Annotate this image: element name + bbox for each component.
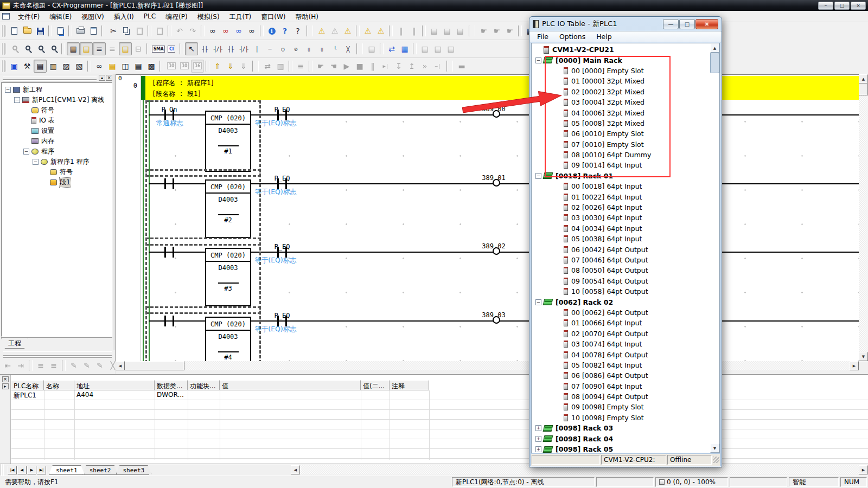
- new-coil-button[interactable]: ○: [276, 42, 289, 55]
- scrollbar-thumb[interactable]: [859, 84, 868, 95]
- force-off-button[interactable]: ☛: [490, 24, 503, 37]
- sim-to-end-button[interactable]: →|: [431, 60, 444, 73]
- expand-toggle-icon[interactable]: [556, 89, 561, 95]
- sheet-tab-2[interactable]: sheet2: [82, 465, 118, 474]
- tree-item-settings[interactable]: 设置: [2, 126, 112, 136]
- expand-toggle-icon[interactable]: [556, 68, 561, 74]
- debug-reset-button[interactable]: ☚: [327, 60, 340, 73]
- expand-toggle-icon[interactable]: [556, 204, 561, 210]
- online-edit-button[interactable]: ⚠: [361, 24, 374, 37]
- find-in-project-button[interactable]: ∞: [232, 24, 245, 37]
- watch-col-data-type[interactable]: 数据类...: [155, 380, 188, 390]
- expand-toggle-icon[interactable]: −: [23, 149, 29, 155]
- monitor-down-button[interactable]: ⇓: [224, 60, 237, 73]
- io-slot-row[interactable]: 00 [0018] 64pt Input: [532, 181, 710, 191]
- io-slot-row[interactable]: 05 [0008] 32pt Mixed: [532, 118, 710, 129]
- show-monitor-data-button[interactable]: ≡: [106, 42, 119, 55]
- io-slot-row[interactable]: 00 [0062] 64pt Output: [532, 307, 710, 318]
- watch-close-button[interactable]: ×: [2, 376, 9, 382]
- io-slot-row[interactable]: 06 [0010] Empty Slot: [532, 129, 710, 139]
- sim-run-to-button[interactable]: »: [418, 60, 431, 73]
- indent-left-button[interactable]: ⇤: [1, 359, 14, 372]
- rung-list-button[interactable]: ≡: [34, 359, 47, 372]
- scroll-left-button[interactable]: ◀: [291, 465, 300, 474]
- io-rack-row[interactable]: − [0062] Rack 02: [532, 297, 710, 307]
- scroll-up-button[interactable]: ▲: [710, 43, 719, 53]
- io-slot-row[interactable]: 08 [0050] 64pt Output: [532, 265, 710, 275]
- expand-toggle-icon[interactable]: [556, 78, 561, 84]
- io-slot-row[interactable]: 04 [0034] 64pt Input: [532, 223, 710, 234]
- resize-grip[interactable]: [713, 457, 719, 463]
- tree-item-symbols[interactable]: 符号: [2, 105, 112, 115]
- vertical-line-button[interactable]: │: [250, 42, 263, 55]
- watch-col-value[interactable]: 值: [220, 380, 361, 390]
- io-slot-row[interactable]: 07 [0090] 64pt Input: [532, 381, 710, 391]
- new-closed-instruction-button[interactable]: ▯: [315, 42, 328, 55]
- plc-memory-button[interactable]: ▤: [365, 42, 378, 55]
- expand-toggle-icon[interactable]: [556, 415, 561, 421]
- watch-col-name[interactable]: 名称: [44, 380, 74, 390]
- io-slot-row[interactable]: 07 [0010] Empty Slot: [532, 139, 710, 150]
- instruction-block[interactable]: CMP (020) D4003 #3: [205, 248, 251, 306]
- close-button[interactable]: ×: [851, 2, 866, 10]
- dialog-menu-file[interactable]: File: [532, 31, 554, 42]
- sheet-last-button[interactable]: ▶|: [37, 466, 46, 474]
- online-edit-rungs-button[interactable]: ≡: [294, 60, 307, 73]
- expand-toggle-icon[interactable]: [556, 194, 561, 200]
- project-workspace-tab[interactable]: 工程: [1, 338, 28, 349]
- expand-toggle-icon[interactable]: [556, 120, 561, 126]
- debug-set-button[interactable]: ☛: [314, 60, 327, 73]
- sim-pause-button[interactable]: ‖: [366, 60, 379, 73]
- instruction-block[interactable]: CMP (020) D4003 #1: [205, 111, 251, 172]
- expand-toggle-icon[interactable]: +: [535, 436, 541, 442]
- io-rack-row[interactable]: + [0098] Rack 03: [532, 423, 710, 433]
- io-slot-row[interactable]: 03 [0030] 64pt Input: [532, 213, 710, 223]
- io-slot-row[interactable]: 01 [0022] 64pt Input: [532, 191, 710, 202]
- expand-toggle-icon[interactable]: [556, 278, 561, 284]
- cancel-transfer-button[interactable]: ▤: [454, 24, 467, 37]
- indent-right-button[interactable]: ⇥: [14, 359, 27, 372]
- expand-toggle-icon[interactable]: [556, 362, 561, 368]
- expand-toggle-icon[interactable]: [556, 320, 561, 326]
- sim-step-in-button[interactable]: ↧: [392, 60, 405, 73]
- io-slot-row[interactable]: 04 [0078] 64pt Output: [532, 349, 710, 359]
- decimal-button[interactable]: 10: [165, 60, 178, 73]
- incremental-search-button[interactable]: ∞: [245, 24, 258, 37]
- io-rack-row[interactable]: + [0098] Rack 04: [532, 433, 710, 444]
- address-reference-button[interactable]: ▤: [106, 60, 119, 73]
- menu-view[interactable]: 视图(V): [76, 11, 109, 22]
- mnemonics-window-button[interactable]: ▥: [47, 60, 60, 73]
- minimize-button[interactable]: –: [818, 2, 833, 10]
- show-rung-comments-button[interactable]: ≡: [93, 42, 106, 55]
- rung-comment-button[interactable]: ≡: [47, 359, 60, 372]
- watch-sheet-button-2[interactable]: ▤: [431, 42, 444, 55]
- paste-button[interactable]: [133, 24, 146, 37]
- io-rack-row[interactable]: − [0018] Rack 01: [532, 171, 710, 181]
- sheet-tab-1[interactable]: sheet1: [49, 465, 85, 474]
- menu-edit[interactable]: 编辑(E): [44, 11, 76, 22]
- expand-toggle-icon[interactable]: [556, 215, 561, 221]
- menu-simulation[interactable]: 模拟(S): [193, 11, 225, 22]
- expand-toggle-icon[interactable]: [556, 110, 561, 116]
- page-setup-button[interactable]: [54, 24, 67, 37]
- force-on-button[interactable]: ☛: [477, 24, 490, 37]
- zoom-fit-button[interactable]: [47, 42, 60, 55]
- watch-col-function-block[interactable]: 功能块...: [188, 380, 220, 390]
- symbol-table-button[interactable]: SMA: [152, 42, 165, 55]
- io-slot-row[interactable]: 10 [0058] 64pt Output: [532, 286, 710, 297]
- cross-reference-button[interactable]: ∞: [93, 60, 106, 73]
- cut-button[interactable]: ✂: [107, 24, 120, 37]
- compile-button[interactable]: ⚠: [315, 24, 328, 37]
- io-slot-row[interactable]: 05 [0038] 64pt Input: [532, 234, 710, 244]
- dialog-menu-options[interactable]: Options: [554, 31, 591, 42]
- scrollbar-thumb[interactable]: [125, 361, 184, 370]
- tree-item-io-table[interactable]: IO 表: [2, 115, 112, 126]
- transfer-settings-button[interactable]: ▤: [441, 24, 454, 37]
- io-slot-row[interactable]: 07 [0046] 64pt Output: [532, 255, 710, 265]
- expand-toggle-icon[interactable]: −: [535, 173, 541, 179]
- tree-item-memory[interactable]: 内存: [2, 136, 112, 146]
- monitor-mode-button[interactable]: ▥: [274, 60, 287, 73]
- about-button[interactable]: i: [265, 24, 278, 37]
- memory-card-button[interactable]: ▬: [455, 60, 468, 73]
- io-slot-row[interactable]: 03 [0074] 64pt Input: [532, 339, 710, 349]
